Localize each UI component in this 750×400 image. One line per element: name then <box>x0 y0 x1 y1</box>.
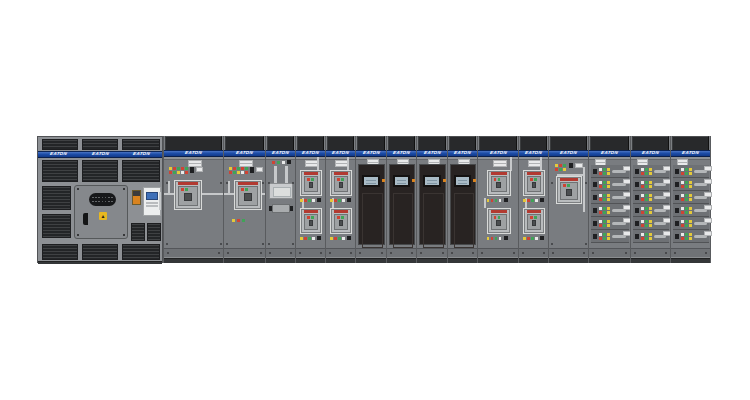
breaker-label <box>491 172 507 175</box>
hmi-display <box>454 175 471 187</box>
indicator-lamp <box>689 185 692 188</box>
brand-band: EATON <box>671 150 710 157</box>
brand-logo: EATON <box>601 151 619 156</box>
indicator-lamp <box>241 171 244 174</box>
indicator-lamp <box>645 220 648 223</box>
base-strip <box>589 258 630 263</box>
brand-band: EATON <box>266 150 295 157</box>
kick-plate <box>448 248 477 258</box>
kick-plate <box>266 248 295 258</box>
air-circuit-breaker <box>300 170 322 196</box>
indicator-lamp <box>342 237 345 240</box>
breaker-window <box>496 220 502 226</box>
indicator-lamp <box>173 167 176 170</box>
feeder-drawer <box>591 230 629 243</box>
air-circuit-breaker <box>330 208 352 234</box>
indicator-lamp <box>607 181 610 184</box>
indicator-lamp <box>307 216 310 219</box>
indicator-lamp <box>685 233 688 236</box>
feeder-drawer <box>633 178 669 191</box>
dark-door <box>450 164 476 245</box>
vent-grille <box>82 160 118 182</box>
feeder-drawer <box>633 165 669 178</box>
indicator-lamp <box>233 171 236 174</box>
indicator-lamp <box>330 199 333 202</box>
indicator-lamp <box>567 184 570 187</box>
base-strip <box>448 258 477 263</box>
indicator-lamp <box>607 207 610 210</box>
breaker-face <box>178 186 198 206</box>
power-led <box>412 179 415 182</box>
brand-band: EATON <box>417 150 447 157</box>
indicator-lamp <box>277 161 280 164</box>
feeder-drawer <box>633 217 669 230</box>
indicator-lamp <box>641 233 644 236</box>
indicator-lamp <box>645 224 648 227</box>
indicator-lamp <box>338 237 341 240</box>
section-acb-stack: EATON <box>325 136 355 263</box>
roof-duct <box>520 136 547 150</box>
indicator-lamp <box>272 161 275 164</box>
indicator-lamp <box>649 168 652 171</box>
brand-logo: EATON <box>489 151 507 156</box>
hmi-display <box>423 175 441 187</box>
section-acb-stack: EATON <box>295 136 325 263</box>
kick-plate <box>631 248 670 258</box>
indicator-lamp <box>245 171 248 174</box>
indicator-lamp <box>649 207 652 210</box>
indicator-lamp <box>645 185 648 188</box>
indicator-lamp <box>681 224 684 227</box>
cabinet-front <box>671 157 710 248</box>
indicator-lamp <box>645 181 648 184</box>
base-strip <box>266 258 295 263</box>
indicator-lamp <box>559 164 562 167</box>
cabinet-door <box>164 157 223 248</box>
brand-band: EATON <box>519 150 548 157</box>
indicator-lamp <box>603 207 606 210</box>
air-circuit-breaker <box>330 170 352 196</box>
indicator-lamp <box>607 198 610 201</box>
indicator-lamp <box>649 220 652 223</box>
indicator-lamp <box>607 233 610 236</box>
indicator-lamp <box>304 199 307 202</box>
feeder-drawer <box>591 178 629 191</box>
indicator-lamp <box>599 224 602 227</box>
kick-plate <box>417 248 447 258</box>
breaker-face <box>527 214 541 230</box>
indicator-lamp <box>685 172 688 175</box>
breaker-face <box>491 214 507 230</box>
indicator-lamp <box>641 168 644 171</box>
vent-grille <box>42 160 78 182</box>
lower-device <box>272 204 290 213</box>
indicator-lamp <box>494 178 497 181</box>
label-chip <box>704 166 712 171</box>
indicator-lamp <box>531 237 534 240</box>
feeder-drawer <box>673 217 709 230</box>
brand-logo: EATON <box>332 151 350 156</box>
connector-plate <box>89 193 116 206</box>
indicator-lamp <box>603 185 606 188</box>
indicator-lamp <box>527 237 530 240</box>
breaker-face <box>304 214 318 230</box>
brand-band: EATON <box>296 150 325 157</box>
indicator-lamp <box>685 224 688 227</box>
air-circuit-breaker <box>523 170 545 196</box>
brand-band: EATON <box>448 150 477 157</box>
control-switch <box>190 167 194 173</box>
indicator-lamp <box>649 198 652 201</box>
section-feeder: EATON <box>588 136 630 263</box>
indicator-lamp <box>185 171 188 174</box>
indicator-lamp <box>282 161 285 164</box>
base-strip <box>224 258 265 263</box>
vent-grille <box>131 223 145 241</box>
brand-logo: EATON <box>50 152 68 157</box>
feeder-drawer <box>673 204 709 217</box>
roof-duct <box>327 136 354 150</box>
indicator-lamp <box>523 237 526 240</box>
bottom-vent <box>122 244 160 260</box>
brand-logo: EATON <box>236 151 254 156</box>
indicator-lamp <box>649 233 652 236</box>
roof-duct <box>388 136 415 150</box>
indicator-lamp <box>649 224 652 227</box>
roof-duct <box>267 136 294 150</box>
